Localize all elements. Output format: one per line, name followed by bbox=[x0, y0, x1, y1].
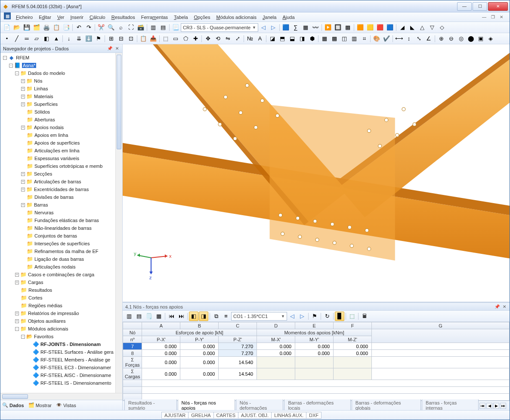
table-row[interactable]: 80.0000.0007.2700.0000.0000.000 bbox=[123, 350, 510, 357]
tree-row[interactable]: -📁Dados do modelo bbox=[1, 69, 115, 77]
cell[interactable]: 7.270 bbox=[219, 350, 257, 357]
ttab-deform-globais[interactable]: Barras - deformações globais bbox=[352, 399, 421, 410]
tt-2-icon[interactable]: ▤ bbox=[134, 312, 144, 321]
saveall-icon[interactable]: 🗂️ bbox=[32, 23, 41, 32]
line-icon[interactable]: ╱ bbox=[12, 34, 22, 43]
ttab-deform[interactable]: Nós - deformações bbox=[236, 399, 284, 410]
tree-row[interactable]: 📁Interseções de superfícies bbox=[1, 240, 115, 247]
tree-row[interactable]: +📁Secções bbox=[1, 170, 115, 178]
tt-3-icon[interactable]: 🗒️ bbox=[144, 312, 154, 321]
cell[interactable]: 0.000 bbox=[295, 350, 334, 357]
misc2-icon[interactable]: ⊖ bbox=[446, 34, 456, 43]
undo-icon[interactable]: ↶ bbox=[74, 23, 83, 32]
cell[interactable]: 0.000 bbox=[142, 368, 180, 380]
collapse-icon[interactable]: - bbox=[3, 56, 7, 60]
collapse-icon[interactable]: - bbox=[15, 71, 19, 75]
dim2-icon[interactable]: ↕ bbox=[404, 34, 414, 43]
tree-row[interactable]: 📁Nervuras bbox=[1, 209, 115, 216]
collapse-icon[interactable]: - bbox=[9, 64, 13, 68]
tree-row[interactable]: 📁Apoios em linha bbox=[1, 131, 115, 139]
col-header[interactable]: G bbox=[372, 322, 510, 329]
view-3d-icon[interactable]: ⬢ bbox=[307, 34, 317, 43]
tt-next-icon[interactable]: ▷ bbox=[297, 312, 307, 321]
tree-row[interactable]: 📁Regiões médias bbox=[1, 302, 115, 309]
expand-icon[interactable]: + bbox=[21, 102, 25, 106]
expand-icon[interactable]: + bbox=[15, 312, 19, 315]
zoomwin-icon[interactable]: ⌕ bbox=[116, 23, 126, 32]
tree-row[interactable]: 📁Divisões de barras bbox=[1, 193, 115, 201]
ttab-deform-locais[interactable]: Barras - deformações locais bbox=[284, 399, 350, 410]
misc5-icon[interactable]: ▣ bbox=[476, 34, 485, 43]
status-ajustar[interactable]: AJUSTAR bbox=[161, 412, 189, 419]
collapse-icon[interactable]: - bbox=[21, 335, 25, 339]
new-icon[interactable]: 📄 bbox=[2, 23, 12, 32]
3d-viewport[interactable]: x y z bbox=[123, 44, 510, 303]
menu-ver[interactable]: Ver bbox=[55, 12, 67, 22]
cell[interactable]: 0.000 bbox=[334, 350, 372, 357]
menu-ficheiro[interactable]: Ficheiro bbox=[13, 12, 35, 22]
col-header[interactable]: F bbox=[334, 322, 372, 329]
menu-opcoes[interactable]: Opções bbox=[192, 12, 213, 22]
zoom-icon[interactable]: 🔍 bbox=[106, 23, 116, 32]
tt-toggle2-icon[interactable]: ◨ bbox=[199, 312, 208, 321]
menu-modulos[interactable]: Módulos adicionais bbox=[213, 12, 259, 22]
view-side-icon[interactable]: ◨ bbox=[297, 34, 307, 43]
col-header[interactable]: D bbox=[257, 322, 295, 329]
mdi-minimize-icon[interactable]: — bbox=[481, 14, 487, 20]
maximize-button[interactable]: ☐ bbox=[473, 2, 487, 11]
ttab-forcas[interactable]: Nós - forças nos apoios bbox=[178, 399, 235, 410]
tt-calc-icon[interactable]: 🖩 bbox=[360, 312, 369, 321]
table-row[interactable]: Σ Forças0.0000.00014.540 bbox=[123, 357, 510, 368]
panel-d-icon[interactable]: 🟦 bbox=[385, 23, 395, 32]
report-icon[interactable]: 📑 bbox=[62, 23, 71, 32]
member-icon[interactable]: ═ bbox=[22, 34, 31, 43]
cell[interactable] bbox=[295, 368, 334, 380]
color1-icon[interactable]: 🎨 bbox=[372, 34, 381, 43]
tree-row[interactable]: 📁Articulações em linha bbox=[1, 147, 115, 154]
node-icon[interactable]: • bbox=[2, 34, 12, 43]
zoomfull-icon[interactable]: ⛶ bbox=[126, 23, 136, 32]
tree-row[interactable]: +📁Barras bbox=[1, 201, 115, 209]
tab-dados[interactable]: 🔍Dados bbox=[2, 402, 24, 408]
results-icon[interactable]: 🟦 bbox=[281, 23, 291, 32]
tree-row[interactable]: -📂Favoritos bbox=[1, 333, 115, 340]
status-cartes[interactable]: CARTES bbox=[213, 412, 238, 419]
dim4-icon[interactable]: ∠ bbox=[424, 34, 433, 43]
tree-row[interactable]: 📁Fundações elásticas de barras bbox=[1, 216, 115, 224]
rotate-icon[interactable]: ⟲ bbox=[213, 34, 223, 43]
pin-icon[interactable]: 📌 bbox=[107, 46, 112, 51]
tree-row[interactable]: 🔷RF-STEEL IS - Dimensionamento bbox=[1, 379, 115, 387]
sel-rect-icon[interactable]: ▭ bbox=[171, 34, 180, 43]
deform-icon[interactable]: 〰️ bbox=[311, 23, 320, 32]
copy2-icon[interactable]: 📋 bbox=[139, 34, 148, 43]
dim3-icon[interactable]: ⤡ bbox=[414, 34, 423, 43]
expand-icon[interactable]: + bbox=[21, 188, 25, 191]
tabnav-prev-icon[interactable]: ◀ bbox=[486, 403, 492, 409]
fem-icon[interactable]: ∑ bbox=[291, 23, 300, 32]
copy-icon[interactable]: 📋 bbox=[52, 23, 61, 32]
move-icon[interactable]: ✥ bbox=[203, 34, 213, 43]
status-ajust-obj[interactable]: AJUST. OBJ. bbox=[238, 412, 272, 419]
tabnav-last-icon[interactable]: ⏭ bbox=[500, 403, 506, 409]
tree-row[interactable]: 🔷RF-JOINTS - Dimensionam bbox=[1, 340, 115, 348]
tree-row[interactable]: 📁Espessuras variáveis bbox=[1, 154, 115, 162]
tree-row[interactable]: 📁Superfícies ortotrópicas e memb bbox=[1, 162, 115, 170]
surface-icon[interactable]: ▱ bbox=[32, 34, 41, 43]
diag-b-icon[interactable]: ◣ bbox=[408, 23, 417, 32]
wireframe-icon[interactable]: ⌗ bbox=[359, 34, 369, 43]
docview-icon[interactable]: 📃 bbox=[171, 23, 180, 32]
filter-icon[interactable]: 🔲 bbox=[333, 23, 343, 32]
misc4-icon[interactable]: ⬤ bbox=[466, 34, 476, 43]
tt-filter-icon[interactable]: ⧉ bbox=[211, 312, 221, 321]
tree-row[interactable]: 📁Não-linearidades de barras bbox=[1, 224, 115, 232]
render2-icon[interactable]: ▩ bbox=[330, 34, 339, 43]
tree-row[interactable]: 🔷RF-STEEL EC3 - Dimensionamer bbox=[1, 364, 115, 371]
expand-icon[interactable]: + bbox=[15, 281, 19, 284]
tabnav-next-icon[interactable]: ▶ bbox=[493, 403, 499, 409]
tree-row[interactable]: 📁Resultados bbox=[1, 286, 115, 294]
status-grelha[interactable]: GRELHA bbox=[188, 412, 213, 419]
expand-icon[interactable]: + bbox=[21, 203, 25, 207]
tree-row[interactable]: +📁Apoios nodais bbox=[1, 124, 115, 131]
sel-cross-icon[interactable]: ✚ bbox=[191, 34, 200, 43]
view-front-icon[interactable]: ⬓ bbox=[287, 34, 297, 43]
